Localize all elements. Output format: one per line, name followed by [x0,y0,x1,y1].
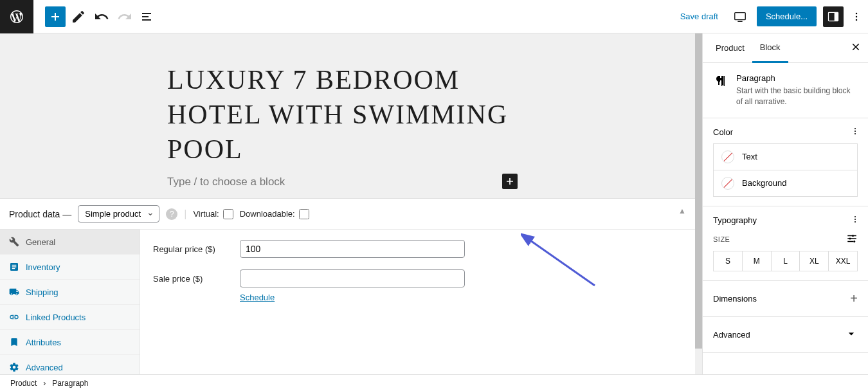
schedule-sale-link[interactable]: Schedule [240,293,275,302]
size-settings-icon[interactable] [846,233,858,246]
redo-button[interactable] [114,6,135,27]
virtual-label: Virtual: [193,209,219,219]
block-breadcrumb: Product › Paragraph [0,374,868,391]
svg-point-14 [853,241,855,242]
svg-point-8 [854,128,856,129]
block-type-name: Paragraph [736,73,858,83]
tab-block[interactable]: Block [752,33,788,63]
dimensions-section[interactable]: Dimensions + [703,281,868,317]
block-placeholder[interactable]: Type / to choose a block [167,176,285,188]
paragraph-icon [713,73,728,89]
downloadable-checkbox[interactable] [299,209,309,219]
add-block-button[interactable] [45,6,66,27]
product-type-select[interactable]: Simple product [78,205,159,223]
top-toolbar: Save draft Schedule... [0,0,868,33]
view-button[interactable] [730,6,750,27]
typography-section-title: Typography [713,215,858,225]
virtual-checkbox-group[interactable]: Virtual: [193,209,233,219]
document-overview-button[interactable] [138,6,158,27]
product-data-tabs: General Inventory Shipping Linked P [0,230,140,374]
block-type-description: Start with the basic building block of a… [736,86,858,107]
downloadable-label: Downloadable: [240,209,295,219]
size-label: SIZE [713,235,730,243]
color-section-options[interactable] [850,126,860,139]
svg-point-12 [854,219,856,220]
svg-point-16 [852,235,854,237]
undo-button[interactable] [91,6,112,27]
tab-product[interactable]: Product [708,34,752,62]
schedule-button[interactable]: Schedule... [757,6,817,26]
product-title[interactable]: LUXURY 7 BEDROOM HOTEL WITH SWIMMING POO… [167,63,528,167]
sale-price-input[interactable] [240,269,465,287]
color-section-title: Color [713,127,858,137]
downloadable-checkbox-group[interactable]: Downloadable: [240,209,309,219]
editor-scrollbar[interactable] [695,33,702,374]
chevron-down-icon [845,327,858,342]
tab-advanced[interactable]: Advanced [0,355,140,374]
font-size-xl[interactable]: XL [800,251,829,271]
background-color-swatch [721,177,734,190]
svg-point-15 [849,237,851,239]
font-size-m[interactable]: M [743,251,772,271]
svg-rect-0 [735,12,746,19]
background-color-button[interactable]: Background [713,170,858,197]
svg-point-11 [854,216,856,217]
tab-general[interactable]: General [0,230,140,255]
help-icon[interactable]: ? [166,208,177,220]
svg-point-5 [856,15,858,17]
svg-point-10 [854,133,856,134]
text-color-button[interactable]: Text [713,143,858,170]
save-draft-button[interactable]: Save draft [675,6,723,26]
svg-point-9 [854,131,856,132]
svg-point-4 [856,12,858,14]
virtual-checkbox[interactable] [223,209,233,219]
font-size-s[interactable]: S [714,251,743,271]
breadcrumb-root[interactable]: Product [10,379,37,388]
panel-collapse-button[interactable]: ▲ [678,206,686,215]
scrollbar-thumb[interactable] [695,33,702,349]
tab-linked-products[interactable]: Linked Products [0,305,140,330]
close-sidebar-button[interactable] [850,41,862,55]
regular-price-label: Regular price ($) [153,244,240,254]
settings-sidebar-toggle[interactable] [823,6,844,27]
regular-price-input[interactable] [240,240,465,258]
svg-point-6 [856,19,858,21]
text-color-swatch [721,150,734,163]
font-size-l[interactable]: L [772,251,800,271]
svg-rect-3 [835,12,838,21]
wordpress-logo[interactable] [0,0,33,33]
more-options-button[interactable] [850,6,863,27]
svg-point-13 [854,221,856,223]
edit-mode-button[interactable] [68,6,89,27]
font-size-options: S M L XL XXL [713,251,858,271]
sale-price-label: Sale price ($) [153,274,240,284]
typography-section-options[interactable] [850,214,860,227]
tab-inventory[interactable]: Inventory [0,255,140,280]
add-block-inline-button[interactable] [502,174,518,189]
advanced-section[interactable]: Advanced [703,317,868,353]
font-size-xxl[interactable]: XXL [829,251,857,271]
tab-attributes[interactable]: Attributes [0,330,140,355]
settings-sidebar: Product Block Paragraph Start with the b… [702,33,868,374]
breadcrumb-current: Paragraph [52,379,88,388]
product-data-panel: Product data — Simple product ? | Virtua… [0,198,695,374]
plus-icon: + [850,291,858,306]
chevron-right-icon: › [43,379,46,388]
product-data-label: Product data — [9,209,71,219]
tab-shipping[interactable]: Shipping [0,280,140,305]
